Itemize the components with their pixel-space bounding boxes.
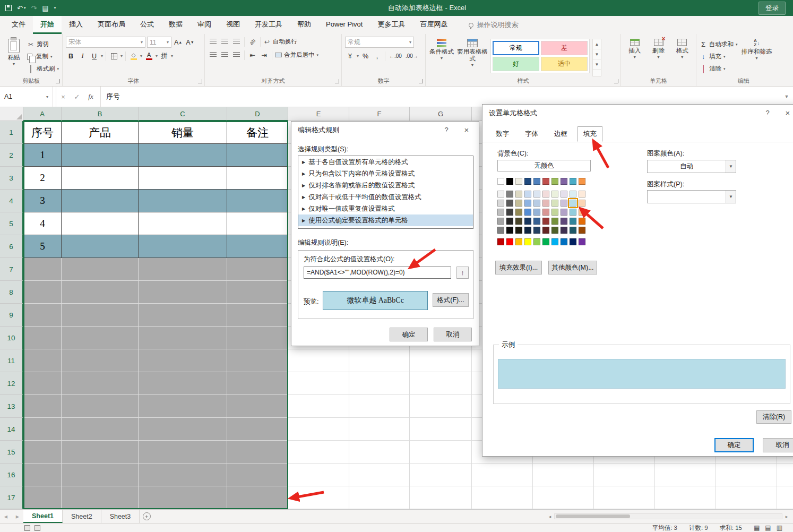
cell-M17[interactable] xyxy=(777,486,793,509)
color-swatch-548DD4[interactable] xyxy=(524,209,531,216)
cell-C15[interactable] xyxy=(139,441,227,464)
tell-me-search[interactable]: 操作说明搜索 xyxy=(469,16,518,34)
clear-button[interactable]: 清除(R) xyxy=(756,410,791,424)
tab-字体[interactable]: 字体 xyxy=(519,126,544,142)
ribbon-tab-开发工具[interactable]: 开发工具 xyxy=(247,16,290,34)
cell-B4[interactable] xyxy=(62,190,139,212)
redo-icon[interactable]: ↷ xyxy=(31,4,37,12)
color-swatch-3F3F3F[interactable] xyxy=(506,209,513,216)
color-swatch-5F497A[interactable] xyxy=(561,218,567,225)
cell-G14[interactable] xyxy=(410,418,472,441)
autosum-button[interactable]: Σ自动求和▾ xyxy=(700,39,738,49)
cell-A2[interactable]: 1 xyxy=(23,144,62,167)
cut-button[interactable]: ✂剪切 xyxy=(27,39,59,49)
pattern-style-combo[interactable]: ▼ xyxy=(647,190,736,203)
cell-F15[interactable] xyxy=(349,441,410,464)
color-swatch-262626[interactable] xyxy=(506,218,513,225)
undo-icon[interactable]: ↶▾ xyxy=(17,4,25,12)
cell-style-差[interactable]: 差 xyxy=(541,41,588,55)
row-header-15[interactable]: 15 xyxy=(0,441,23,464)
row-header-12[interactable]: 12 xyxy=(0,372,23,395)
decrease-indent-icon[interactable]: ⇤ xyxy=(247,50,257,60)
gallery-up-icon[interactable]: ▲ xyxy=(593,39,601,49)
cell-B3[interactable] xyxy=(62,167,139,190)
cell-D13[interactable] xyxy=(227,395,288,418)
orientation-icon[interactable]: ab xyxy=(247,37,257,47)
page-break-view-icon[interactable]: ▥ xyxy=(777,524,782,531)
cell-D2[interactable] xyxy=(227,144,288,167)
color-swatch-244061[interactable] xyxy=(533,227,540,234)
cell-E16[interactable] xyxy=(288,464,349,486)
cell-A17[interactable] xyxy=(23,486,62,509)
color-swatch-8064A2[interactable] xyxy=(561,178,567,185)
dialog-launcher-icon[interactable] xyxy=(419,79,423,83)
collapse-dialog-icon[interactable]: ↑ xyxy=(456,267,469,279)
tab-数字[interactable]: 数字 xyxy=(490,126,515,142)
color-swatch-FAC08F[interactable] xyxy=(579,209,585,216)
insert-cells-button[interactable]: 插入 ▼ xyxy=(624,37,645,76)
cell-A3[interactable]: 2 xyxy=(23,167,62,190)
cancel-entry-icon[interactable]: × xyxy=(56,93,70,101)
cell-A11[interactable] xyxy=(23,349,62,372)
cell-C8[interactable] xyxy=(139,281,227,304)
borders-button[interactable] xyxy=(109,51,119,61)
cell-C12[interactable] xyxy=(139,372,227,395)
align-center-icon[interactable] xyxy=(220,50,230,60)
cell-C13[interactable] xyxy=(139,395,227,418)
cell-A1[interactable]: 序号 xyxy=(23,121,62,144)
ribbon-tab-插入[interactable]: 插入 xyxy=(62,16,90,34)
insert-function-icon[interactable]: fx xyxy=(84,92,98,101)
color-swatch-B8CCE4[interactable] xyxy=(533,200,540,207)
color-swatch-4F81BD[interactable] xyxy=(533,178,540,185)
ribbon-tab-数据[interactable]: 数据 xyxy=(161,16,190,34)
cell-B9[interactable] xyxy=(62,304,139,327)
color-swatch-00B0F0[interactable] xyxy=(551,238,558,245)
cell-C3[interactable] xyxy=(139,167,227,190)
cell-A4[interactable]: 3 xyxy=(23,190,62,212)
row-header-6[interactable]: 6 xyxy=(0,235,23,258)
cell-B11[interactable] xyxy=(62,349,139,372)
row-header-16[interactable]: 16 xyxy=(0,464,23,486)
cell-A13[interactable] xyxy=(23,395,62,418)
cell-L16[interactable] xyxy=(716,464,777,486)
copy-button[interactable]: 复制▾ xyxy=(27,52,59,62)
color-swatch-C6D9F0[interactable] xyxy=(524,191,531,198)
cell-D9[interactable] xyxy=(227,304,288,327)
color-swatch-DBE5F1[interactable] xyxy=(533,191,540,198)
cell-D17[interactable] xyxy=(227,486,288,509)
color-swatch-17365D[interactable] xyxy=(524,218,531,225)
color-swatch-D8D8D8[interactable] xyxy=(497,200,504,207)
delete-cells-button[interactable]: 删除 ▼ xyxy=(648,37,669,76)
close-icon[interactable]: × xyxy=(459,122,475,139)
cell-F11[interactable] xyxy=(349,349,410,372)
cell-B10[interactable] xyxy=(62,327,139,349)
gallery-down-icon[interactable]: ▼ xyxy=(593,49,601,59)
color-swatch-C0504D[interactable] xyxy=(542,178,549,185)
cell-J16[interactable] xyxy=(594,464,655,486)
cell-G15[interactable] xyxy=(410,441,472,464)
align-middle-icon[interactable] xyxy=(220,37,230,47)
color-swatch-FBD5B5[interactable] xyxy=(579,200,585,207)
color-swatch-000000[interactable] xyxy=(506,178,513,185)
color-swatch-3F3151[interactable] xyxy=(561,227,567,234)
dialog-title-bar[interactable]: 设置单元格格式 ? × xyxy=(482,105,793,122)
chevron-down-icon[interactable]: ▼ xyxy=(726,160,736,173)
color-swatch-31859B[interactable] xyxy=(570,218,576,225)
color-swatch-0070C0[interactable] xyxy=(561,238,567,245)
ok-button[interactable]: 确定 xyxy=(390,328,428,341)
color-swatch-0F243E[interactable] xyxy=(524,227,531,234)
cancel-button[interactable]: 取消 xyxy=(763,438,793,452)
cell-F17[interactable] xyxy=(349,486,410,509)
cell-G16[interactable] xyxy=(410,464,472,486)
login-button[interactable]: 登录 xyxy=(758,2,786,15)
sheet-tab-Sheet3[interactable]: Sheet3 xyxy=(101,510,140,523)
help-icon[interactable]: ? xyxy=(760,105,775,122)
cell-C17[interactable] xyxy=(139,486,227,509)
cell-K17[interactable] xyxy=(655,486,716,509)
dialog-title-bar[interactable]: 编辑格式规则 ? × xyxy=(291,122,479,139)
sheet-nav-right-icon[interactable]: ▸ xyxy=(12,510,23,523)
color-swatch-8DB3E2[interactable] xyxy=(524,200,531,207)
fill-button[interactable]: ↓填充▾ xyxy=(700,52,738,62)
ribbon-tab-百度网盘[interactable]: 百度网盘 xyxy=(412,16,455,34)
color-swatch-7030A0[interactable] xyxy=(579,238,585,245)
